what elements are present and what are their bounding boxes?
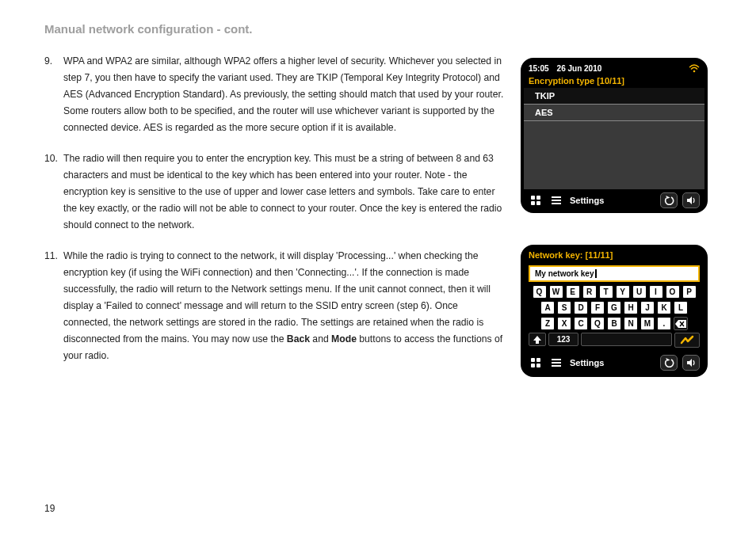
input-value: My network key: [535, 269, 594, 278]
back-label: Back: [287, 333, 310, 345]
key[interactable]: R: [582, 285, 597, 299]
key[interactable]: K: [657, 301, 671, 314]
svg-rect-9: [536, 358, 540, 362]
key[interactable]: M: [640, 317, 655, 330]
key[interactable]: O: [666, 285, 680, 299]
speaker-icon[interactable]: [682, 192, 700, 208]
key[interactable]: J: [640, 301, 655, 314]
step-body: While the radio is trying to connect to …: [63, 248, 506, 364]
svg-rect-12: [552, 359, 561, 360]
key[interactable]: S: [557, 301, 571, 314]
key[interactable]: .: [657, 317, 671, 330]
device-screen-network-key: Network key: [11/11] My network key Q W …: [521, 245, 708, 377]
step-number: 11.: [44, 248, 63, 364]
key[interactable]: Q: [590, 317, 605, 330]
key[interactable]: P: [682, 285, 697, 299]
key[interactable]: H: [624, 301, 638, 314]
svg-rect-1: [531, 196, 535, 200]
page-title: Manual network configuration - cont.: [44, 22, 724, 36]
device-screen-encryption-type: 15:05 26 Jun 2010 Encryption type [10/11…: [521, 58, 708, 213]
option-tkip[interactable]: TKIP: [524, 88, 704, 105]
text-cursor: [595, 269, 597, 278]
on-screen-keyboard: Q W E R T Y U I O P A S D: [524, 285, 704, 352]
instruction-text: 9. WPA and WPA2 are similar, although WP…: [44, 53, 506, 379]
network-key-input[interactable]: My network key: [529, 265, 700, 282]
screen-heading: Encryption type [10/11]: [524, 75, 704, 88]
key[interactable]: U: [632, 285, 647, 299]
svg-rect-11: [536, 364, 540, 367]
key[interactable]: D: [574, 301, 588, 314]
text: and: [310, 333, 331, 345]
step-number: 10.: [44, 150, 63, 234]
speaker-icon[interactable]: [682, 355, 700, 371]
key[interactable]: E: [566, 285, 580, 299]
apps-icon[interactable]: [529, 357, 543, 368]
key[interactable]: F: [590, 301, 605, 314]
key[interactable]: B: [607, 317, 621, 330]
key[interactable]: N: [624, 317, 638, 330]
screen-heading: Network key: [11/11]: [524, 248, 704, 262]
shift-key[interactable]: [529, 333, 546, 346]
svg-rect-4: [536, 201, 540, 205]
clock: 15:05: [529, 64, 549, 73]
footer-bar: Settings: [524, 352, 704, 374]
step-body: The radio will then require you to enter…: [63, 150, 506, 234]
mode-label: Mode: [331, 333, 357, 345]
step-number: 9.: [44, 53, 63, 136]
key[interactable]: G: [607, 301, 621, 314]
svg-rect-7: [552, 203, 561, 204]
numbers-key[interactable]: 123: [548, 333, 578, 346]
step-10: 10. The radio will then require you to e…: [44, 150, 506, 234]
menu-icon[interactable]: [549, 357, 563, 368]
svg-rect-14: [552, 365, 561, 367]
svg-rect-3: [531, 201, 535, 205]
key[interactable]: T: [599, 285, 613, 299]
svg-rect-6: [552, 200, 561, 201]
date: 26 Jun 2010: [557, 64, 602, 73]
page-number: 19: [44, 503, 55, 514]
space-key[interactable]: [581, 333, 672, 346]
settings-label[interactable]: Settings: [570, 358, 604, 367]
step-9: 9. WPA and WPA2 are similar, although WP…: [44, 53, 506, 136]
key[interactable]: L: [674, 301, 688, 314]
key[interactable]: I: [649, 285, 663, 299]
key[interactable]: C: [574, 317, 588, 330]
backspace-key[interactable]: [674, 317, 688, 330]
svg-point-0: [693, 70, 696, 72]
svg-rect-5: [552, 196, 561, 198]
back-icon[interactable]: [660, 355, 678, 371]
key[interactable]: W: [549, 285, 563, 299]
svg-rect-13: [552, 362, 561, 364]
key[interactable]: Z: [540, 317, 555, 330]
step-body: WPA and WPA2 are similar, although WPA2 …: [63, 53, 506, 136]
option-list: TKIP AES: [524, 88, 704, 189]
svg-rect-2: [536, 196, 540, 200]
settings-label[interactable]: Settings: [570, 196, 604, 205]
key[interactable]: X: [557, 317, 571, 330]
step-11: 11. While the radio is trying to connect…: [44, 248, 506, 364]
svg-rect-10: [531, 364, 535, 367]
svg-rect-8: [531, 358, 535, 362]
footer-bar: Settings: [524, 189, 704, 211]
option-aes[interactable]: AES: [524, 105, 704, 121]
key[interactable]: Y: [616, 285, 630, 299]
enter-key[interactable]: [674, 333, 700, 348]
back-icon[interactable]: [660, 192, 678, 208]
key[interactable]: Q: [533, 285, 547, 299]
text: While the radio is trying to connect to …: [63, 250, 491, 345]
apps-icon[interactable]: [529, 195, 543, 206]
key[interactable]: A: [540, 301, 555, 314]
wifi-icon: [689, 64, 700, 73]
menu-icon[interactable]: [549, 195, 563, 206]
status-bar: 15:05 26 Jun 2010: [524, 61, 704, 75]
